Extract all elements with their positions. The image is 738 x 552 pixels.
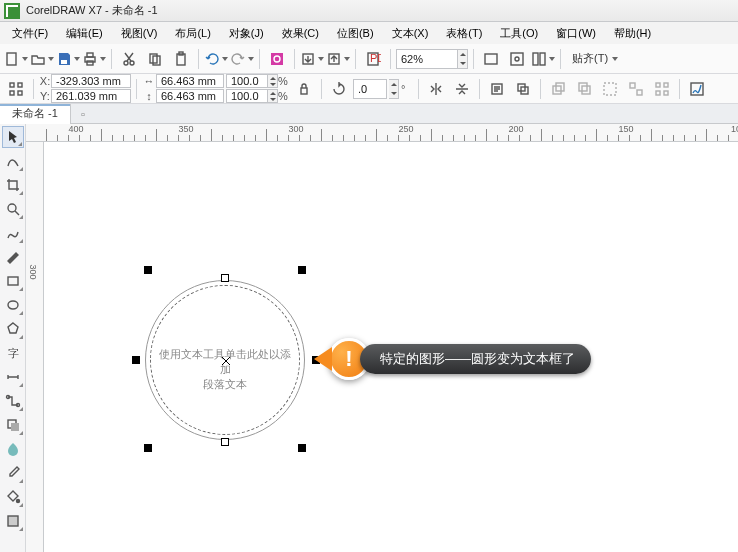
- presets-button[interactable]: [4, 77, 28, 101]
- menu-effects[interactable]: 效果(C): [274, 24, 327, 43]
- svg-rect-40: [664, 91, 668, 95]
- paste-button[interactable]: [169, 47, 193, 71]
- menu-tools[interactable]: 工具(O): [492, 24, 546, 43]
- order-button[interactable]: [511, 77, 535, 101]
- svg-rect-32: [582, 86, 590, 94]
- interactive-fill-tool[interactable]: [2, 486, 24, 508]
- color-eyedropper-tool[interactable]: [2, 462, 24, 484]
- connector-tool[interactable]: [2, 390, 24, 412]
- selection-handle-tr[interactable]: [298, 266, 306, 274]
- paragraph-text-hint: 使用文本工具单击此处以添加段落文本: [155, 347, 295, 392]
- svg-rect-23: [18, 83, 22, 87]
- to-back-button[interactable]: [572, 77, 596, 101]
- drawing-canvas[interactable]: 使用文本工具单击此处以添加段落文本 ! 特定的图形——圆形变为文本框了: [44, 142, 738, 552]
- scale-y-field[interactable]: 100.0: [226, 89, 268, 103]
- shape-tool[interactable]: [2, 150, 24, 172]
- parallel-dimension-tool[interactable]: [2, 366, 24, 388]
- menu-window[interactable]: 窗口(W): [548, 24, 604, 43]
- svg-text:字: 字: [8, 347, 19, 359]
- degree-label: °: [401, 83, 413, 95]
- smart-fill-tool[interactable]: [2, 510, 24, 532]
- mirror-horizontal-button[interactable]: [424, 77, 448, 101]
- menu-file[interactable]: 文件(F): [4, 24, 56, 43]
- fullscreen-preview-button[interactable]: [479, 47, 503, 71]
- svg-rect-49: [11, 423, 19, 431]
- rectangle-tool[interactable]: [2, 270, 24, 292]
- svg-rect-17: [485, 54, 497, 64]
- menu-text[interactable]: 文本(X): [384, 24, 437, 43]
- menu-help[interactable]: 帮助(H): [606, 24, 659, 43]
- menu-layout[interactable]: 布局(L): [167, 24, 218, 43]
- menu-view[interactable]: 视图(V): [113, 24, 166, 43]
- menu-table[interactable]: 表格(T): [438, 24, 490, 43]
- convert-to-curves-button[interactable]: [685, 77, 709, 101]
- import-button[interactable]: [300, 47, 324, 71]
- menu-bar: 文件(F) 编辑(E) 视图(V) 布局(L) 对象(J) 效果(C) 位图(B…: [0, 22, 738, 44]
- selection-handle-tm[interactable]: [221, 274, 229, 282]
- copy-button[interactable]: [143, 47, 167, 71]
- document-tab[interactable]: 未命名 -1: [0, 104, 71, 124]
- zoom-tool[interactable]: [2, 198, 24, 220]
- open-button[interactable]: [30, 47, 54, 71]
- svg-rect-11: [271, 53, 283, 65]
- vertical-ruler[interactable]: 300: [26, 142, 44, 552]
- selection-handle-bl[interactable]: [144, 444, 152, 452]
- new-tab-button[interactable]: ▫: [75, 106, 91, 122]
- ungroup-all-button[interactable]: [650, 77, 674, 101]
- app-logo-icon: [4, 3, 20, 19]
- mirror-vertical-button[interactable]: [450, 77, 474, 101]
- menu-bitmap[interactable]: 位图(B): [329, 24, 382, 43]
- horizontal-ruler[interactable]: 400 350 300 250 200 150 10: [26, 124, 738, 142]
- x-position-field[interactable]: -329.303 mm: [51, 74, 131, 88]
- y-position-field[interactable]: 261.039 mm: [51, 89, 131, 103]
- svg-rect-18: [511, 53, 523, 65]
- zoom-value[interactable]: 62%: [396, 49, 458, 69]
- wrap-text-button[interactable]: [485, 77, 509, 101]
- pick-tool[interactable]: [2, 126, 24, 148]
- search-content-button[interactable]: [265, 47, 289, 71]
- dockers-button[interactable]: [531, 47, 555, 71]
- freehand-tool[interactable]: [2, 222, 24, 244]
- svg-rect-51: [8, 516, 18, 526]
- width-field[interactable]: 66.463 mm: [156, 74, 224, 88]
- polygon-tool[interactable]: [2, 318, 24, 340]
- svg-rect-3: [87, 53, 93, 57]
- undo-button[interactable]: [204, 47, 228, 71]
- save-button[interactable]: [56, 47, 80, 71]
- svg-rect-22: [10, 83, 14, 87]
- redo-button[interactable]: [230, 47, 254, 71]
- ungroup-button[interactable]: [624, 77, 648, 101]
- ellipse-tool[interactable]: [2, 294, 24, 316]
- new-button[interactable]: [4, 47, 28, 71]
- svg-rect-31: [556, 83, 564, 91]
- height-field[interactable]: 66.463 mm: [156, 89, 224, 103]
- selection-handle-tl[interactable]: [144, 266, 152, 274]
- scale-x-field[interactable]: 100.0: [226, 74, 268, 88]
- rotation-field[interactable]: .0: [353, 79, 387, 99]
- group-button[interactable]: [598, 77, 622, 101]
- snap-to-button[interactable]: 贴齐(T): [566, 48, 624, 70]
- show-rulers-button[interactable]: [505, 47, 529, 71]
- selection-handle-br[interactable]: [298, 444, 306, 452]
- transparency-tool[interactable]: [2, 438, 24, 460]
- zoom-level-combo[interactable]: 62%: [396, 49, 468, 69]
- to-front-button[interactable]: [546, 77, 570, 101]
- artistic-media-tool[interactable]: [2, 246, 24, 268]
- cut-button[interactable]: [117, 47, 141, 71]
- canvas-area: 400 350 300 250 200 150 10 300 使用文本工具单击此…: [26, 124, 738, 552]
- selection-handle-bm[interactable]: [221, 438, 229, 446]
- crop-tool[interactable]: [2, 174, 24, 196]
- svg-rect-25: [18, 91, 22, 95]
- export-button[interactable]: [326, 47, 350, 71]
- drop-shadow-tool[interactable]: [2, 414, 24, 436]
- svg-point-42: [8, 204, 16, 212]
- menu-object[interactable]: 对象(J): [221, 24, 272, 43]
- lock-ratio-button[interactable]: [292, 77, 316, 101]
- callout-bubble: 特定的图形——圆形变为文本框了: [360, 344, 591, 374]
- svg-rect-37: [656, 83, 660, 87]
- selection-handle-ml[interactable]: [132, 356, 140, 364]
- publish-pdf-button[interactable]: PDF: [361, 47, 385, 71]
- menu-edit[interactable]: 编辑(E): [58, 24, 111, 43]
- text-tool[interactable]: 字: [2, 342, 24, 364]
- print-button[interactable]: [82, 47, 106, 71]
